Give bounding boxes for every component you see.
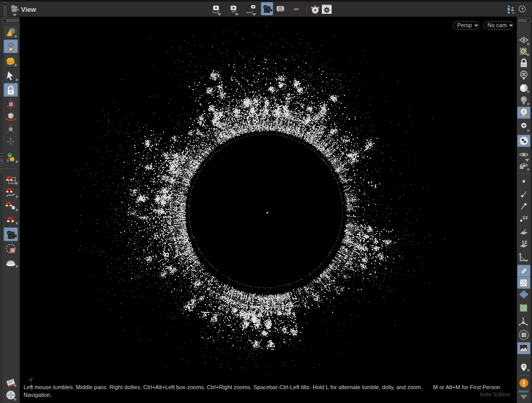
svg-text:12: 12	[522, 239, 527, 245]
svg-text:12: 12	[522, 215, 528, 220]
svg-text:?: ?	[521, 7, 523, 12]
